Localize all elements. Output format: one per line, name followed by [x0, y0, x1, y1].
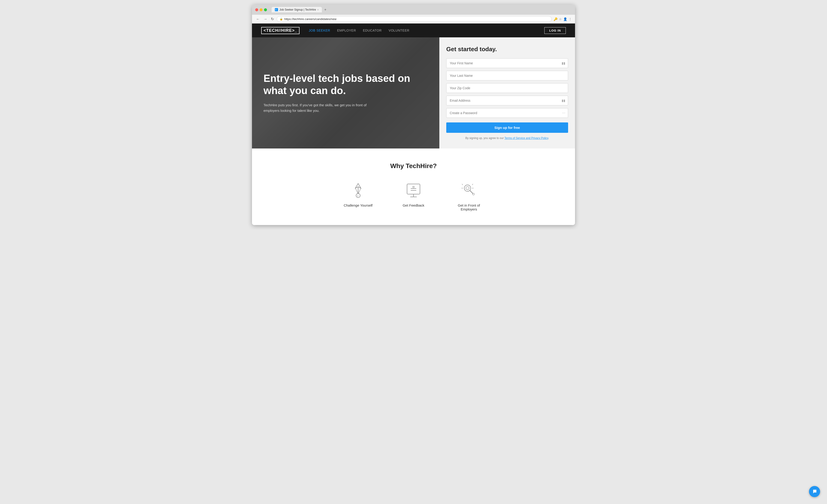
browser-toolbar: ← → ↻ 🔒 https://techhire.careers/candida… [252, 15, 575, 23]
svg-text:1: 1 [357, 194, 358, 197]
person-icon: ▮▮ [562, 61, 565, 65]
close-window-btn[interactable] [255, 8, 258, 11]
tab-close-btn[interactable]: × [317, 8, 319, 11]
password-input[interactable] [446, 108, 568, 118]
hero-content: Entry-level tech jobs based on what you … [252, 37, 439, 149]
terms-prefix: By signing up, you agree to our [466, 136, 504, 140]
address-bar[interactable]: 🔒 https://techhire.careers/candidates/ne… [277, 16, 552, 22]
hero-image: Entry-level tech jobs based on what you … [252, 37, 439, 149]
svg-line-4 [358, 188, 361, 194]
logo-text: <TECH//HIRE>_ [261, 27, 299, 34]
employers-icon [460, 181, 478, 200]
tab-title: Job Seeker Signup | TechHire [280, 8, 316, 11]
traffic-lights [255, 8, 267, 11]
signup-button[interactable]: Sign up for free [446, 122, 568, 133]
menu-icon[interactable]: ⋮ [569, 17, 572, 21]
svg-rect-12 [413, 186, 414, 188]
star-icon[interactable]: ☆ [559, 17, 562, 21]
terms-text: By signing up, you agree to our Terms of… [446, 136, 568, 140]
password-group: ⋯ [446, 108, 568, 118]
key-icon: 🔑 [553, 17, 557, 21]
tab-favicon: T [275, 8, 278, 11]
svg-point-16 [473, 193, 475, 195]
feedback-icon [404, 181, 423, 200]
browser-titlebar: T Job Seeker Signup | TechHire × + [252, 5, 575, 15]
feedback-label: Get Feedback [403, 203, 424, 207]
active-tab[interactable]: T Job Seeker Signup | TechHire × [272, 7, 322, 12]
form-title: Get started today. [446, 46, 568, 53]
challenge-label: Challenge Yourself [344, 203, 373, 207]
refresh-button[interactable]: ↻ [270, 16, 275, 22]
new-tab-button[interactable]: + [323, 8, 328, 12]
last-name-group [446, 71, 568, 80]
svg-line-18 [472, 184, 473, 185]
hero-subtitle: TechHire puts you first. If you've got t… [263, 102, 374, 113]
svg-line-17 [462, 184, 463, 185]
url-text: https://techhire.careers/candidates/new [284, 17, 336, 21]
nav-link-educator[interactable]: EDUCATOR [363, 29, 382, 32]
site-nav: <TECH//HIRE>_ JOB SEEKER EMPLOYER EDUCAT… [252, 23, 575, 37]
hero-title: Entry-level tech jobs based on what you … [263, 72, 428, 97]
why-title: Why TechHire? [261, 162, 566, 170]
svg-line-15 [470, 190, 473, 194]
signup-form-panel: Get started today. ▮▮ ▮▮ [439, 37, 575, 149]
nav-link-employer[interactable]: EMPLOYER [337, 29, 356, 32]
email-icon: ▮▮ [562, 99, 565, 102]
last-name-input[interactable] [446, 71, 568, 80]
lock-icon: 🔒 [280, 17, 283, 20]
terms-link[interactable]: Terms of Service and Privacy Policy [504, 136, 548, 140]
svg-line-3 [355, 188, 358, 194]
hero-section: Entry-level tech jobs based on what you … [252, 37, 575, 149]
nav-link-volunteer[interactable]: VOLUNTEER [389, 29, 409, 32]
minimize-window-btn[interactable] [259, 8, 262, 11]
why-item-challenge: 1 Challenge Yourself [340, 181, 377, 211]
why-item-feedback: Get Feedback [395, 181, 432, 211]
browser-window: T Job Seeker Signup | TechHire × + ← → ↻… [252, 5, 575, 225]
login-button[interactable]: LOG IN [544, 27, 566, 34]
terms-suffix: . [548, 136, 549, 140]
site-logo: <TECH//HIRE>_ [261, 27, 299, 34]
forward-button[interactable]: → [262, 17, 268, 22]
toolbar-right: 🔑 ☆ 👤 ⋮ [553, 17, 572, 21]
first-name-group: ▮▮ [446, 58, 568, 68]
nav-links: JOB SEEKER EMPLOYER EDUCATOR VOLUNTEER [309, 29, 544, 32]
email-group: ▮▮ [446, 96, 568, 105]
challenge-icon: 1 [349, 181, 367, 200]
maximize-window-btn[interactable] [264, 8, 267, 11]
back-button[interactable]: ← [255, 17, 261, 22]
employers-label: Get in Front of Employers [450, 203, 487, 211]
svg-rect-7 [407, 184, 420, 194]
svg-point-13 [464, 185, 471, 191]
nav-link-job-seeker[interactable]: JOB SEEKER [309, 29, 330, 32]
why-grid: 1 Challenge Yourself Get Feedback [261, 181, 566, 211]
svg-point-14 [466, 186, 469, 190]
first-name-input-wrapper: ▮▮ [446, 58, 568, 68]
profile-icon[interactable]: 👤 [563, 17, 567, 21]
why-item-employers: Get in Front of Employers [450, 181, 487, 211]
zip-group [446, 83, 568, 93]
email-input-wrapper: ▮▮ [446, 96, 568, 105]
tab-bar: T Job Seeker Signup | TechHire × + [272, 7, 328, 12]
password-icon: ⋯ [562, 111, 565, 115]
zip-input[interactable] [446, 83, 568, 93]
password-input-wrapper: ⋯ [446, 108, 568, 118]
page-content: <TECH//HIRE>_ JOB SEEKER EMPLOYER EDUCAT… [252, 23, 575, 225]
svg-text:T: T [275, 9, 277, 11]
why-section: Why TechHire? 1 Challenge Yourself [252, 149, 575, 225]
first-name-input[interactable] [446, 58, 568, 68]
email-input[interactable] [446, 96, 568, 105]
